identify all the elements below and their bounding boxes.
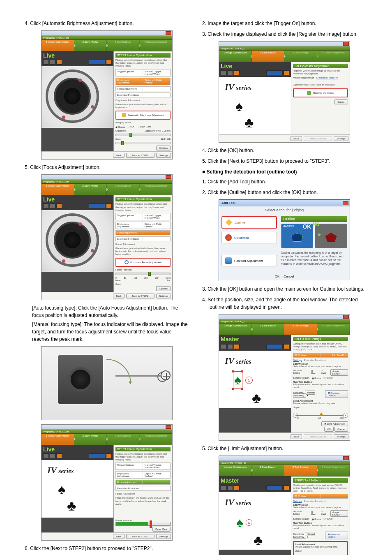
master-label: MASTER (283, 225, 295, 228)
focus-subhead: Focus Adjustment (115, 243, 171, 246)
tool-position-button[interactable]: Position Adjustment (221, 255, 277, 266)
register-image-button[interactable]: Register the Image (293, 88, 348, 97)
row-focus[interactable]: Focus Adjustment (115, 86, 171, 91)
options-button[interactable]: Options (156, 286, 171, 291)
auto-focus-button[interactable]: Automatic Focus Adjustment (115, 258, 171, 267)
screwdriver-icon (161, 370, 171, 380)
close-icon[interactable] (166, 31, 171, 35)
ok-button[interactable]: OK (275, 275, 280, 278)
tool-outline-button[interactable]: Outline (221, 216, 277, 229)
dialog-subtitle: Select a tool for judging (219, 206, 350, 214)
ng-label: NG (313, 222, 320, 227)
wizard-steps: 1 Image Optimization 2 Save Master 3 Too… (42, 40, 172, 51)
close-icon[interactable] (343, 315, 349, 319)
heading-detection-tool: Setting the detection tool (outline tool… (202, 169, 367, 175)
spade-icon-green: ♠ (234, 372, 241, 387)
tool-row-outline[interactable]: 01:OutlineAdd Tool/Edit (293, 353, 348, 358)
row-focus-green[interactable]: Focus Adjustment (115, 480, 171, 485)
figure-brightness: Program00 : PROG_00 1 Image Optimization… (41, 30, 190, 160)
cancel-button[interactable]: Cancel (284, 275, 294, 278)
panel-hint: Please setup the imaging conditions belo… (115, 59, 171, 68)
spade-icon-green: ♠ (236, 515, 243, 530)
wizard-step-1[interactable]: 1 Image Optimization (42, 40, 74, 51)
det-step-1: 1. Click the [Add Tool] button. (202, 178, 367, 185)
preview-ng-card: NG (315, 224, 347, 248)
row-trigger[interactable]: Trigger OptionsInternal Trigger, Interna… (115, 69, 171, 76)
row-extended[interactable]: Extended Functions (115, 92, 171, 97)
wizard-step-3[interactable]: 3 Tool Settings (107, 40, 140, 51)
step-6: 6. Click the [Next to STEP2] button to p… (25, 545, 190, 552)
right-step-2: 2. Image the target and click the [Trigg… (202, 20, 367, 27)
toolbar-btn[interactable] (43, 60, 49, 65)
gain-slider[interactable] (115, 142, 171, 144)
exposure-slider[interactable] (115, 134, 171, 136)
det-step-4: 4. Set the position, size, and the angle… (202, 296, 367, 311)
spade-icon: ♠ (58, 481, 65, 497)
target-icon (125, 260, 129, 264)
limit-adjust-button[interactable]: ✖ Limit Adjustment (321, 421, 348, 426)
row-focus-active[interactable]: Focus Adjustment (115, 230, 171, 235)
focus-value-bar (115, 522, 171, 526)
brightness-hint: Place the object in the field of view, t… (115, 103, 171, 109)
step-5: 5. Click [Focus Adjustment] button. (25, 164, 190, 171)
preview-heading: Outline (281, 216, 347, 222)
rotate-handle-icon[interactable]: ↻ (245, 377, 253, 384)
preview-ok-card: MASTER OK (281, 224, 314, 248)
panel-heading: STEP1 Image Optimization (115, 53, 171, 58)
right-step-5: 5. Click the [Next to STEP3] button to p… (202, 157, 367, 165)
cancel-button[interactable]: Cancel (334, 99, 348, 104)
cancel-button[interactable]: Cancel (334, 427, 348, 432)
options-button[interactable]: Options (156, 146, 171, 150)
close-icon[interactable] (343, 201, 348, 205)
back-button[interactable]: Back (113, 153, 124, 158)
toolbar-btn[interactable] (106, 60, 112, 65)
close-icon[interactable] (166, 175, 171, 179)
close-icon[interactable] (166, 425, 171, 429)
right-step-3: 3. Check the image displayed and click t… (202, 30, 367, 38)
figure-register-image: Program00 : PROG_00 1 Image Optimization… (219, 41, 367, 143)
close-icon[interactable] (343, 456, 349, 460)
threshold-slider[interactable]: − + 0 60 100 (293, 411, 348, 420)
brightness-subhead: Brightness Adjustment (115, 99, 171, 102)
camera-lens-view (42, 66, 113, 128)
figure-limit-adjust: Program00 : PROG_00 1 Image Optimization… (219, 456, 367, 555)
club-icon: ♣ (244, 115, 254, 131)
figure-focus-orange: Program00 : PROG_00 1 Image Optimization… (41, 174, 190, 300)
right-column: 2. Image the target and click the [Trigg… (202, 16, 367, 555)
close-icon[interactable] (343, 42, 349, 46)
rotate-handle-icon[interactable]: ↻ (246, 519, 252, 526)
preview-description: Outline calculates the matching % of a t… (281, 251, 347, 266)
ok-button[interactable]: OK (324, 427, 334, 432)
ok-label: OK (302, 223, 311, 230)
det-step-3: 3. Click the [OK] button and open the ma… (202, 285, 367, 293)
remove-outline-button[interactable]: ✖ Remove Outline (325, 390, 348, 398)
figure-camera-screw (41, 346, 173, 420)
window-titlebar (42, 31, 172, 36)
rotation-arrow-icon (106, 359, 131, 384)
wizard-step-4[interactable]: 4 Output Assignment (140, 40, 173, 51)
register-icon (307, 91, 311, 95)
toolbar-btn[interactable] (50, 60, 55, 65)
next-step2-button[interactable]: Next to STEP2 (126, 153, 155, 158)
settings-button[interactable]: Settings (156, 153, 171, 158)
angle-range-button[interactable]: Angle Range (330, 369, 348, 376)
tool-colorarea-button[interactable]: ColorArea (221, 232, 277, 243)
program-bar: Program00 : PROG_00 (42, 36, 172, 40)
sun-icon (122, 113, 126, 117)
row-brightness[interactable]: Brightness AdjustmentDigital ×1, Multi-f… (115, 78, 171, 85)
spade-icon: ♠ (235, 98, 243, 114)
toolbar-btn[interactable] (89, 60, 105, 65)
auto-brightness-button[interactable]: Automatic Brightness Adjustment (115, 111, 171, 120)
wizard-step-2[interactable]: 2 Save Master (74, 40, 107, 51)
autofocus-desc: [Auto focusing type]: Click the [Auto Fo… (32, 304, 190, 319)
live-label: Live (42, 51, 113, 59)
step-4: 4. Click [Automatic Brightness Adjustmen… (25, 20, 190, 27)
peak-clear-button[interactable]: Peak Clear (152, 527, 171, 532)
det-step-5: 5. Click the [Limit Adjustment] button. (202, 445, 367, 452)
imaging-mode-label: Imaging Mode (115, 121, 171, 124)
toolbar-btn[interactable] (56, 60, 62, 65)
imaging-mode-radios[interactable]: ◉ Speed ○ HDR ○ High Gain (115, 125, 171, 128)
focus-pos-slider[interactable] (115, 273, 171, 275)
arrow-icon (318, 233, 321, 236)
club-icon: ♣ (252, 390, 261, 406)
